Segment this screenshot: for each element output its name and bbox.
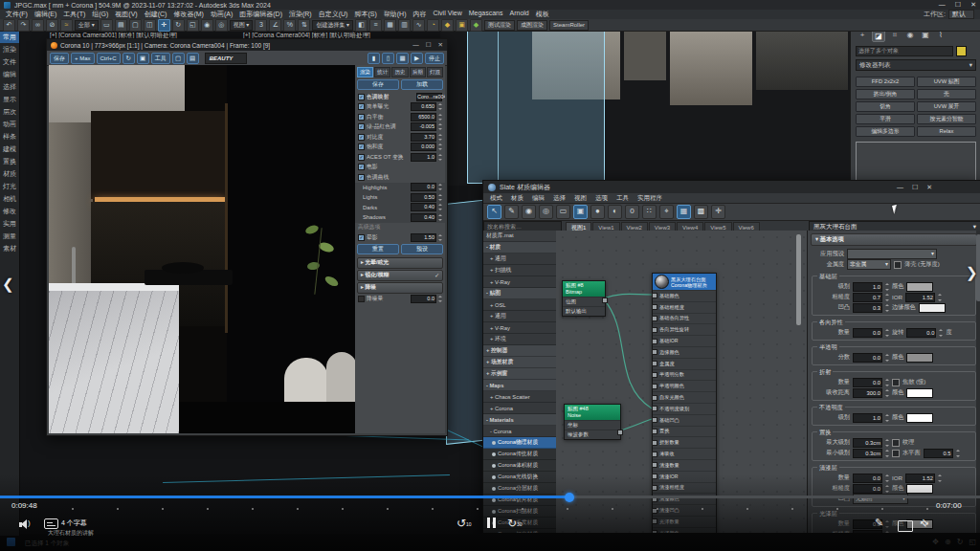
sidebar-item-样条[interactable]: 样条	[0, 130, 19, 143]
modifier-button-UVW 贴图[interactable]: UVW 贴图	[917, 77, 976, 87]
grid-view-icon[interactable]: ▦	[677, 205, 691, 219]
vfb-tab-历史[interactable]: 历史	[391, 67, 408, 77]
color-swatch[interactable]	[906, 388, 933, 398]
param-value[interactable]: 0.3	[853, 303, 882, 313]
browser-item-Corona分层材质[interactable]: Corona分层材质	[483, 483, 556, 495]
socket-光泽数量[interactable]: 光泽数量	[653, 516, 716, 527]
reference-coordinate-dropdown[interactable]: 视图 ▾	[230, 20, 254, 31]
select-by-name-icon[interactable]: ▤	[115, 19, 127, 32]
redo-icon[interactable]: ↷	[17, 19, 30, 32]
param-checkbox-薄壳 (无厚度)[interactable]	[894, 261, 902, 269]
value-ACES OT 变换[interactable]: 1.0	[411, 153, 436, 162]
noise-output-socket[interactable]	[617, 430, 623, 435]
color-swatch[interactable]	[906, 353, 933, 363]
slate-menu-模式[interactable]: 模式	[490, 194, 502, 203]
browser-item-Corona物理材质[interactable]: Corona物理材质	[483, 437, 556, 449]
rollout-基本选项[interactable]: ▾ 基本选项	[811, 233, 977, 246]
value-降噪量[interactable]: 0.0	[411, 295, 436, 303]
modifier-list-dropdown[interactable]: 修改器列表▾	[856, 59, 976, 71]
slate-menu-视图[interactable]: 视图	[574, 194, 587, 203]
sidebar-item-建模[interactable]: 建模	[0, 143, 19, 155]
slate-titlebar[interactable]: Slate 材质编辑器 —☐✕	[483, 181, 980, 193]
checkbox-降噪量[interactable]	[358, 296, 365, 302]
socket-自发光颜色[interactable]: 自发光颜色	[653, 391, 716, 403]
menu-脚本(S)[interactable]: 脚本(S)	[354, 10, 376, 19]
object-name-field[interactable]: 选择了多个对象	[856, 46, 953, 56]
modifier-button-编辑多边形[interactable]: 编辑多边形	[856, 126, 915, 137]
sidebar-item-材质[interactable]: 材质	[0, 167, 19, 180]
browser-item-Corona光线切换[interactable]: Corona光线切换	[483, 472, 556, 483]
vfb-reset-button[interactable]: 重置	[357, 244, 399, 254]
value-Lights[interactable]: 0.50	[411, 193, 436, 202]
select-and-move-icon[interactable]: ✛	[158, 19, 170, 32]
sidebar-item-选择[interactable]: 选择	[0, 80, 19, 93]
sidebar-item-文件[interactable]: 文件	[0, 55, 19, 68]
window-control-close-icon[interactable]: ✕	[970, 1, 976, 9]
select-arrow-icon[interactable]: ↖	[487, 205, 501, 219]
checkbox-对比度[interactable]: ✓	[358, 134, 365, 141]
stats-icon[interactable]: ▤	[187, 53, 199, 64]
menu-文件(F)[interactable]: 文件(F)	[6, 10, 28, 19]
browser-item-+ 环境[interactable]: + 环境	[483, 334, 556, 345]
socket-半透明分数[interactable]: 半透明分数	[653, 369, 716, 381]
browser-item-+ 场景材质[interactable]: + 场景材质	[483, 357, 556, 368]
seek-bar-handle[interactable]	[565, 493, 574, 502]
isolate-selection-icon[interactable]	[7, 538, 15, 546]
slate-menu-选择[interactable]: 选择	[553, 194, 566, 203]
param-dropdown[interactable]: ▾	[847, 249, 937, 259]
pause-button[interactable]	[485, 518, 497, 531]
value-白平衡[interactable]: 6500.0	[411, 113, 436, 121]
slate-menu-编辑[interactable]: 编辑	[532, 194, 545, 203]
sidebar-item-动画[interactable]: 动画	[0, 118, 19, 130]
slate-control-maximize-icon[interactable]: ☐	[912, 184, 918, 191]
menu-创建(C)[interactable]: 创建(C)	[145, 10, 167, 19]
unlink-selection-icon[interactable]: ⊘	[46, 19, 58, 32]
menu-动画(A)[interactable]: 动画(A)	[211, 10, 233, 19]
browser-item-+ V-Ray[interactable]: + V-Ray	[483, 322, 556, 334]
socket-光泽颜色[interactable]: 光泽颜色	[653, 527, 716, 533]
region-render-icon[interactable]: ▢	[172, 53, 185, 64]
value-绿-品红色调[interactable]: -0.005	[411, 122, 436, 131]
background-icon[interactable]: ▩	[694, 205, 708, 219]
value-饱和度[interactable]: 0.000	[411, 143, 436, 151]
socket-清漆粗糙度[interactable]: 清漆粗糙度	[653, 482, 716, 494]
checkbox-饱和度[interactable]: ✓	[358, 143, 365, 150]
select-object-icon[interactable]: ▭	[100, 19, 113, 32]
socket-折射数量[interactable]: 折射数量	[653, 436, 716, 448]
bind-spacewarp-icon[interactable]: ≈	[60, 19, 73, 32]
named-selection-sets-dropdown[interactable]: 创建选择集 ▾	[312, 20, 353, 31]
menu-修改器(M)[interactable]: 修改器(M)	[173, 10, 204, 19]
socket-各向异性旋转[interactable]: 各向异性旋转	[653, 323, 716, 335]
param-value[interactable]: 0.0	[853, 474, 882, 483]
align-icon[interactable]: ≡	[369, 19, 382, 32]
material-preview-icon[interactable]: ●	[590, 205, 605, 219]
modifier-button-壳[interactable]: 壳	[917, 89, 976, 99]
socket-薄吸收[interactable]: 薄吸收	[653, 448, 716, 459]
checkbox-色调曲线[interactable]: ✓	[358, 174, 365, 181]
skip-back-10-button[interactable]: ↺10	[457, 517, 472, 530]
color-swatch[interactable]	[906, 484, 933, 494]
slate-menu-材质[interactable]: 材质	[511, 194, 523, 203]
param-value[interactable]: 1.52	[905, 474, 935, 483]
browser-item-- Materials[interactable]: - Materials	[483, 414, 556, 426]
socket-基础粗糙度[interactable]: 基础粗糙度	[653, 301, 716, 313]
browser-item-+ 通用[interactable]: + 通用	[483, 253, 556, 265]
next-chapter-arrow[interactable]: ❯	[966, 264, 978, 281]
checkbox-电影[interactable]: ✓	[358, 164, 365, 170]
vfb-tab-统计[interactable]: 统计	[374, 67, 390, 77]
angle-snap-icon[interactable]: ∠	[269, 19, 281, 32]
browser-item-- 贴图[interactable]: - 贴图	[483, 288, 556, 299]
toolbar-chip-测试渲染[interactable]: 测试渲染	[484, 20, 515, 31]
menu-帮助(H)[interactable]: 帮助(H)	[384, 10, 407, 19]
zero-button[interactable]: 0	[625, 205, 639, 219]
param-value[interactable]: 1.0	[853, 282, 882, 292]
snap-dots-icon[interactable]: ∷	[642, 205, 657, 219]
select-and-place-icon[interactable]: ◉	[201, 19, 213, 32]
tools-button[interactable]: 工具	[151, 53, 170, 64]
refresh-icon[interactable]: ↻	[122, 53, 135, 64]
duplicate-icon[interactable]: ▣	[137, 53, 149, 64]
compare-b-icon[interactable]: ▯	[382, 53, 394, 64]
slate-control-minimize-icon[interactable]: —	[897, 184, 903, 191]
menu-Arnold[interactable]: Arnold	[510, 10, 529, 19]
value-Shadows[interactable]: 0.40	[411, 213, 436, 222]
